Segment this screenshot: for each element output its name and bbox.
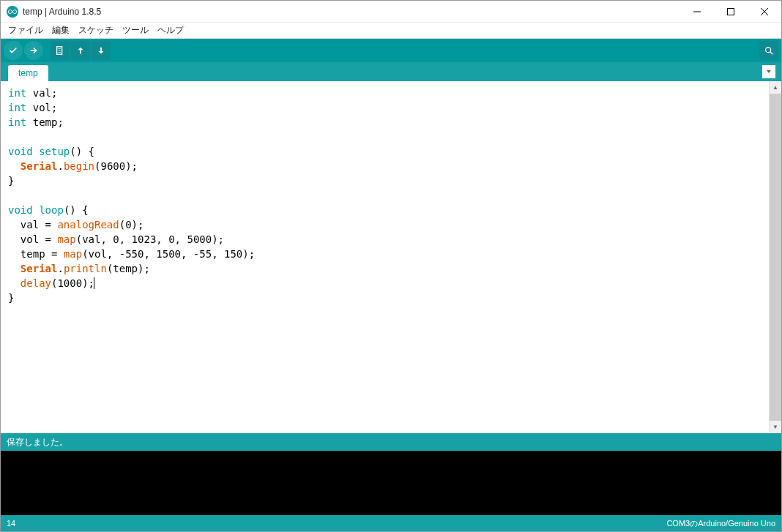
menubar: ファイル 編集 スケッチ ツール ヘルプ bbox=[1, 23, 781, 39]
upload-button[interactable] bbox=[24, 41, 43, 60]
bottom-status-bar: 14 COM3のArduino/Genuino Uno bbox=[1, 515, 781, 531]
save-status-text: 保存しました。 bbox=[7, 436, 68, 449]
open-button[interactable] bbox=[71, 41, 90, 60]
menu-help[interactable]: ヘルプ bbox=[153, 23, 188, 38]
toolbar bbox=[1, 39, 781, 62]
tab-dropdown-button[interactable] bbox=[762, 65, 775, 78]
editor-area: int val;int vol;int temp; void setup() {… bbox=[1, 81, 781, 433]
new-button[interactable] bbox=[51, 41, 70, 60]
line-number: 14 bbox=[7, 519, 15, 528]
menu-sketch[interactable]: スケッチ bbox=[74, 23, 118, 38]
scroll-down-icon[interactable]: ▼ bbox=[770, 421, 781, 433]
svg-line-6 bbox=[770, 52, 773, 55]
svg-point-5 bbox=[766, 48, 771, 53]
svg-rect-1 bbox=[728, 8, 734, 15]
code-editor[interactable]: int val;int vol;int temp; void setup() {… bbox=[1, 81, 781, 433]
menu-edit[interactable]: 編集 bbox=[48, 23, 74, 38]
tabbar: temp bbox=[1, 62, 781, 81]
serial-monitor-button[interactable] bbox=[759, 41, 778, 60]
verify-button[interactable] bbox=[4, 41, 23, 60]
board-port-label: COM3のArduino/Genuino Uno bbox=[666, 518, 775, 529]
maximize-button[interactable] bbox=[714, 1, 748, 23]
status-message-bar: 保存しました。 bbox=[1, 433, 781, 451]
scroll-up-icon[interactable]: ▲ bbox=[770, 81, 781, 94]
console-output[interactable] bbox=[1, 451, 781, 515]
close-button[interactable] bbox=[748, 1, 781, 23]
scroll-thumb[interactable] bbox=[770, 94, 781, 421]
save-button[interactable] bbox=[92, 41, 111, 60]
tab-temp[interactable]: temp bbox=[8, 65, 48, 81]
menu-tools[interactable]: ツール bbox=[118, 23, 153, 38]
menu-file[interactable]: ファイル bbox=[4, 23, 48, 38]
arduino-logo-icon bbox=[7, 6, 18, 18]
titlebar: temp | Arduino 1.8.5 bbox=[1, 1, 781, 23]
window-title: temp | Arduino 1.8.5 bbox=[23, 7, 680, 17]
vertical-scrollbar[interactable]: ▲ ▼ bbox=[769, 81, 781, 433]
minimize-button[interactable] bbox=[680, 1, 714, 23]
